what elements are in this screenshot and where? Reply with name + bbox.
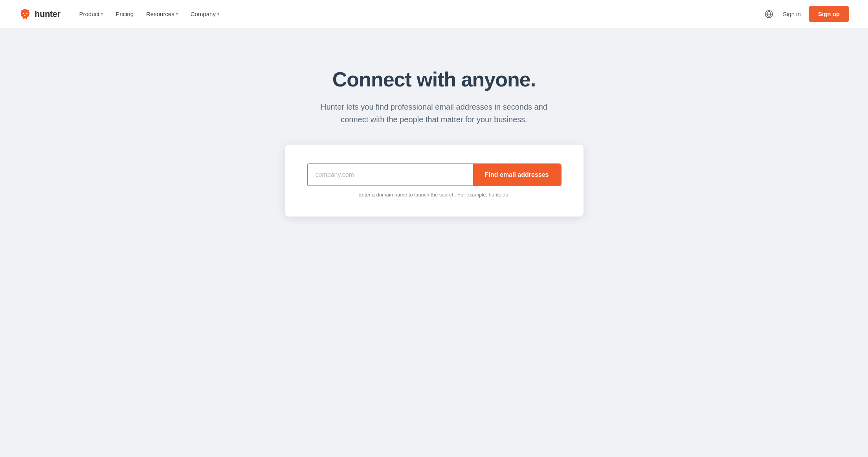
search-row: Find email addresses [307,163,562,186]
find-emails-button[interactable]: Find email addresses [473,164,561,185]
nav-right: Sign in Sign up [763,6,849,22]
globe-icon [765,10,773,18]
language-button[interactable] [763,8,775,20]
svg-point-0 [23,13,24,14]
nav-left: hunter Product ▾ Pricing Resources ▾ [19,7,224,20]
nav-item-product: Product ▾ [74,7,108,20]
search-hint: Enter a domain name to launch the search… [307,192,562,198]
nav-links: Product ▾ Pricing Resources ▾ Company ▾ [74,7,224,20]
nav-item-pricing: Pricing [111,7,138,20]
nav-link-company[interactable]: Company ▾ [186,7,224,20]
signup-button[interactable]: Sign up [809,6,849,22]
nav-link-resources[interactable]: Resources ▾ [141,7,183,20]
logo-link[interactable]: hunter [19,8,60,20]
navbar: hunter Product ▾ Pricing Resources ▾ [0,0,868,28]
chevron-down-icon: ▾ [176,12,178,16]
chevron-down-icon: ▾ [217,12,219,16]
hero-section: Connect with anyone. Hunter lets you fin… [0,28,868,240]
logo-text: hunter [35,9,60,19]
nav-item-resources: Resources ▾ [141,7,183,20]
domain-search-input[interactable] [308,164,473,185]
svg-point-1 [26,13,27,14]
signin-link[interactable]: Sign in [783,11,801,17]
logo-icon [19,8,31,20]
hero-title: Connect with anyone. [332,68,536,91]
chevron-down-icon: ▾ [101,12,103,16]
nav-link-product[interactable]: Product ▾ [74,7,108,20]
nav-item-company: Company ▾ [186,7,224,20]
nav-link-pricing[interactable]: Pricing [111,7,138,20]
search-card: Find email addresses Enter a domain name… [285,145,584,217]
hero-subtitle: Hunter lets you find professional email … [308,101,560,126]
